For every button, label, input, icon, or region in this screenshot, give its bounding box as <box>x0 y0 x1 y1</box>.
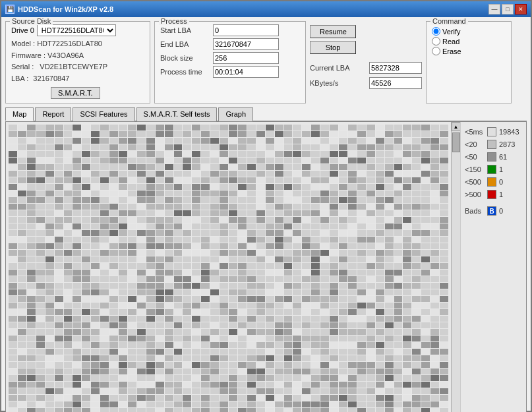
map-cell <box>9 362 17 368</box>
map-cell <box>45 316 54 322</box>
map-cell <box>302 296 310 302</box>
map-cell <box>128 184 136 190</box>
map-cell <box>229 289 237 295</box>
map-cell <box>156 349 164 355</box>
map-cell <box>137 349 146 355</box>
start-lba-input[interactable] <box>213 24 279 36</box>
map-cell <box>64 250 73 256</box>
map-cell <box>339 204 347 210</box>
verify-radio[interactable] <box>432 27 440 36</box>
map-cell <box>18 204 26 210</box>
map-cell <box>9 250 17 256</box>
map-cell <box>91 342 100 348</box>
minimize-button[interactable]: — <box>488 4 500 15</box>
drive-select[interactable]: HDT722516DLAT80 <box>37 24 116 36</box>
map-cell <box>192 230 200 236</box>
scroll-up-arrow[interactable]: ▲ <box>452 122 461 131</box>
map-cell <box>165 388 173 394</box>
map-cell <box>275 263 283 269</box>
map-cell <box>73 303 81 309</box>
map-cell <box>357 125 366 131</box>
tab-report[interactable]: Report <box>35 107 71 121</box>
map-cell <box>421 401 430 407</box>
map-cell <box>156 296 164 302</box>
block-size-input[interactable] <box>213 52 279 64</box>
map-cell <box>320 375 329 381</box>
smart-button[interactable]: S.M.A.R.T. <box>51 87 100 99</box>
map-scrollbar[interactable]: ▲ ▼ <box>451 122 460 412</box>
map-cell <box>293 362 301 368</box>
tab-smart[interactable]: S.M.A.R.T. Self tests <box>136 107 218 121</box>
map-cell <box>192 375 200 381</box>
map-cell <box>440 375 448 381</box>
map-cell <box>201 223 210 229</box>
map-cell <box>201 184 210 190</box>
map-cell <box>385 164 394 170</box>
map-cell <box>128 270 136 276</box>
resume-button[interactable]: Resume <box>310 25 356 38</box>
map-cell <box>137 401 146 407</box>
scroll-thumb[interactable] <box>452 132 460 152</box>
close-button[interactable]: ✕ <box>515 4 527 15</box>
map-cell <box>266 138 274 144</box>
map-cell <box>109 336 118 341</box>
map-cell <box>256 289 265 295</box>
map-cell <box>421 303 430 309</box>
tab-map[interactable]: Map <box>5 107 34 121</box>
map-cell <box>210 316 219 322</box>
map-cell <box>165 382 173 388</box>
map-cell <box>421 283 430 289</box>
map-cell <box>45 138 54 144</box>
map-cell <box>293 342 301 348</box>
map-cell <box>36 375 45 381</box>
map-cell <box>100 217 109 223</box>
process-time-input[interactable] <box>213 66 279 78</box>
map-cell <box>36 158 45 163</box>
current-lba-value[interactable] <box>369 62 422 74</box>
map-cell <box>385 276 394 282</box>
map-cell <box>201 125 210 131</box>
map-cell <box>45 158 54 163</box>
map-cell <box>339 283 347 289</box>
map-cell <box>385 144 394 150</box>
map-cell <box>9 276 17 282</box>
end-lba-input[interactable] <box>213 38 279 50</box>
map-cell <box>440 177 448 183</box>
map-cell <box>421 151 430 157</box>
map-cell <box>348 276 357 282</box>
map-cell <box>430 401 439 407</box>
map-cell <box>311 395 320 401</box>
map-cell <box>91 296 100 302</box>
map-cell <box>55 375 63 381</box>
map-cell <box>440 296 448 302</box>
erase-radio[interactable] <box>432 47 440 55</box>
map-cell <box>367 237 375 243</box>
map-cell <box>18 283 26 289</box>
map-cell <box>311 309 320 315</box>
map-cell <box>412 289 421 295</box>
map-cell <box>339 138 347 144</box>
map-cell <box>367 342 375 348</box>
map-cell <box>192 382 200 388</box>
map-cell <box>210 171 219 177</box>
tab-graph[interactable]: Graph <box>218 107 253 121</box>
map-cell <box>229 276 237 282</box>
tab-scsi[interactable]: SCSI Features <box>73 107 134 121</box>
map-cell <box>128 164 136 170</box>
map-cell <box>339 151 347 157</box>
kbytes-value[interactable] <box>369 77 422 89</box>
map-cell <box>201 230 210 236</box>
map-cell <box>403 388 411 394</box>
current-lba-label: Current LBA <box>310 64 369 72</box>
read-radio[interactable] <box>432 37 440 45</box>
map-cell <box>238 408 247 412</box>
map-cell <box>412 283 421 289</box>
map-cell <box>36 289 45 295</box>
map-cell <box>210 342 219 348</box>
stop-button[interactable]: Stop <box>310 41 356 54</box>
map-cell <box>146 191 155 196</box>
map-cell <box>376 316 384 322</box>
map-cell <box>183 375 191 381</box>
map-cell <box>18 210 26 216</box>
maximize-button[interactable]: □ <box>502 4 514 15</box>
